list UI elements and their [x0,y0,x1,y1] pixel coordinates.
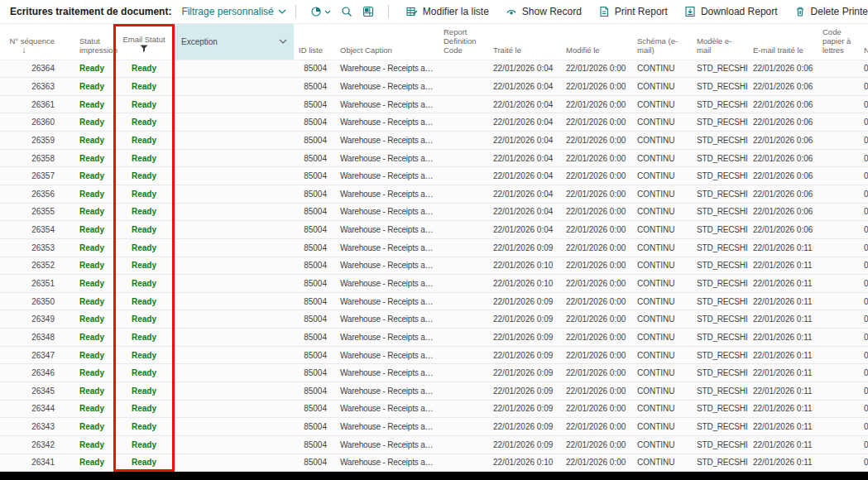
cell-processed-at[interactable]: 22/01/2026 0:04 [488,149,561,167]
cell-email-template[interactable]: STD_RECSHIP [692,167,748,185]
delete-printed-document-button[interactable]: Delete Printed Document [794,6,868,17]
cell-exception[interactable] [175,418,294,436]
cell-modified-at[interactable]: 22/01/2026 0:00 [561,275,632,293]
col-header-email-status[interactable]: Email Statut [113,24,175,60]
cell-modified-at[interactable]: 22/01/2026 0:00 [561,238,632,257]
analyze-button[interactable] [310,6,331,17]
cell-email-status[interactable]: Ready [113,310,175,329]
cell-report-definition-code[interactable] [439,60,488,78]
cell-paper-code[interactable] [818,454,861,472]
cell-next-cut[interactable]: 0 [861,149,868,167]
cell-next-cut[interactable]: 0 [861,95,868,113]
cell-modified-at[interactable]: 22/01/2026 0:00 [561,203,632,221]
cell-exception[interactable] [175,113,294,132]
cell-exception[interactable] [175,435,294,454]
col-header-exception[interactable]: Exception [175,24,294,60]
table-row[interactable]: 26361 Ready Ready 85004 Warehouse - Rece… [0,95,868,113]
cell-next-cut[interactable]: 0 [861,310,868,329]
cell-email-status[interactable]: Ready [113,418,175,436]
cell-print-status[interactable]: Ready [74,310,113,329]
cell-modified-at[interactable]: 22/01/2026 0:00 [561,382,632,401]
cell-next-cut[interactable]: 0 [861,257,868,275]
cell-print-status[interactable]: Ready [74,238,113,257]
cell-paper-code[interactable] [818,292,861,310]
cell-paper-code[interactable] [818,382,861,401]
cell-next-cut[interactable]: 0 [861,238,868,257]
cell-email-template[interactable]: STD_RECSHIP [692,78,748,96]
cell-sequence-no[interactable]: 26355 [0,203,74,221]
col-header-email-template[interactable]: Modèle e-mail [692,24,748,60]
cell-email-schema[interactable]: CONTINU [632,78,692,96]
cell-sequence-no[interactable]: 26347 [0,346,74,364]
cell-list-id[interactable]: 85004 [294,454,335,472]
table-row[interactable]: 26355 Ready Ready 85004 Warehouse - Rece… [0,203,868,221]
table-row[interactable]: 26346 Ready Ready 85004 Warehouse - Rece… [0,364,868,382]
table-row[interactable]: 26342 Ready Ready 85004 Warehouse - Rece… [0,435,868,454]
cell-list-id[interactable]: 85004 [294,238,335,257]
cell-email-status[interactable]: Ready [113,203,175,221]
cell-email-template[interactable]: STD_RECSHIP [692,60,748,78]
cell-paper-code[interactable] [818,113,861,132]
cell-exception[interactable] [175,238,294,257]
cell-email-processed-at[interactable]: 22/01/2026 0:06 [748,221,818,239]
cell-paper-code[interactable] [818,418,861,436]
cell-email-processed-at[interactable]: 22/01/2026 0:11 [748,454,818,472]
cell-email-processed-at[interactable]: 22/01/2026 0:11 [748,418,818,436]
table-row[interactable]: 26347 Ready Ready 85004 Warehouse - Rece… [0,346,868,364]
cell-sequence-no[interactable]: 26341 [0,454,74,472]
cell-email-template[interactable]: STD_RECSHIP [692,221,748,239]
cell-modified-at[interactable]: 22/01/2026 0:00 [561,292,632,310]
cell-email-template[interactable]: STD_RECSHIP [692,185,748,203]
download-report-button[interactable]: Download Report [684,6,778,17]
cell-object-caption[interactable]: Warehouse - Receipts and Ship... [335,167,439,185]
table-row[interactable]: 26364 Ready Ready 85004 Warehouse - Rece… [0,60,868,78]
cell-paper-code[interactable] [818,132,861,150]
cell-processed-at[interactable]: 22/01/2026 0:10 [488,257,561,275]
cell-email-schema[interactable]: CONTINU [632,238,692,257]
table-row[interactable]: 26352 Ready Ready 85004 Warehouse - Rece… [0,257,868,275]
cell-next-cut[interactable]: 0 [861,435,868,454]
cell-exception[interactable] [175,221,294,239]
table-row[interactable]: 26344 Ready Ready 85004 Warehouse - Rece… [0,400,868,418]
cell-object-caption[interactable]: Warehouse - Receipts and Ship... [335,275,439,293]
cell-email-schema[interactable]: CONTINU [632,418,692,436]
cell-email-status[interactable]: Ready [113,329,175,347]
cell-list-id[interactable]: 85004 [294,221,335,239]
cell-processed-at[interactable]: 22/01/2026 0:09 [488,418,561,436]
cell-paper-code[interactable] [818,238,861,257]
cell-email-processed-at[interactable]: 22/01/2026 0:06 [748,113,818,132]
cell-email-processed-at[interactable]: 22/01/2026 0:06 [748,95,818,113]
cell-email-status[interactable]: Ready [113,185,175,203]
cell-list-id[interactable]: 85004 [294,346,335,364]
cell-object-caption[interactable]: Warehouse - Receipts and Ship... [335,203,439,221]
col-header-sequence-no[interactable]: N° séquence ↓ [0,24,74,60]
cell-modified-at[interactable]: 22/01/2026 0:00 [561,310,632,329]
cell-paper-code[interactable] [818,60,861,78]
cell-print-status[interactable]: Ready [74,113,113,132]
cell-exception[interactable] [175,310,294,329]
cell-email-schema[interactable]: CONTINU [632,149,692,167]
cell-print-status[interactable]: Ready [74,454,113,472]
cell-email-processed-at[interactable]: 22/01/2026 0:11 [748,400,818,418]
cell-print-status[interactable]: Ready [74,382,113,401]
cell-modified-at[interactable]: 22/01/2026 0:00 [561,329,632,347]
cell-email-status[interactable]: Ready [113,382,175,401]
cell-print-status[interactable]: Ready [74,257,113,275]
cell-processed-at[interactable]: 22/01/2026 0:04 [488,60,561,78]
table-row[interactable]: 26358 Ready Ready 85004 Warehouse - Rece… [0,149,868,167]
cell-object-caption[interactable]: Warehouse - Receipts and Ship... [335,364,439,382]
cell-email-processed-at[interactable]: 22/01/2026 0:06 [748,78,818,96]
cell-processed-at[interactable]: 22/01/2026 0:10 [488,275,561,293]
cell-modified-at[interactable]: 22/01/2026 0:00 [561,346,632,364]
cell-email-schema[interactable]: CONTINU [632,203,692,221]
cell-sequence-no[interactable]: 26343 [0,418,74,436]
cell-email-template[interactable]: STD_RECSHIP [692,113,748,132]
table-row[interactable]: 26349 Ready Ready 85004 Warehouse - Rece… [0,310,868,329]
cell-processed-at[interactable]: 22/01/2026 0:09 [488,382,561,401]
cell-list-id[interactable]: 85004 [294,60,335,78]
cell-sequence-no[interactable]: 26342 [0,435,74,454]
cell-next-cut[interactable]: 0 [861,346,868,364]
cell-paper-code[interactable] [818,95,861,113]
cell-object-caption[interactable]: Warehouse - Receipts and Ship... [335,95,439,113]
cell-processed-at[interactable]: 22/01/2026 0:04 [488,203,561,221]
